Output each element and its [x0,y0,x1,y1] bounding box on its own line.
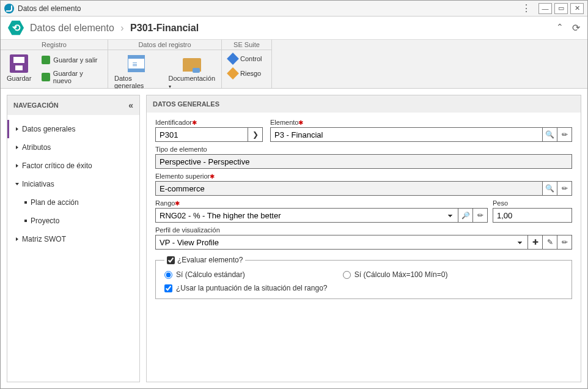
nav-arrow-down-icon [15,183,19,185]
nav-arrow-icon [16,164,18,168]
documentacion-button[interactable]: Documentación▾ [166,53,218,91]
elemento-search-button[interactable]: 🔍 [543,127,557,142]
breadcrumb-root[interactable]: Datos del elemento [30,23,114,33]
perfil-clear-button[interactable]: ✏ [557,235,572,250]
control-button[interactable]: Control [226,53,264,65]
ribbon-group-datos-reg: Datos del registro [108,40,221,50]
perfil-edit-button[interactable]: ✎ [543,235,557,250]
rango-label: Rango [155,199,175,207]
required-icon: ✱ [210,173,215,180]
rango-clear-button[interactable]: ✏ [473,208,488,223]
nav-plan-accion[interactable]: Plan de acción [7,193,139,212]
breadcrumb-current: P301-Financial [130,23,199,33]
elemento-input[interactable] [270,127,543,142]
nav-proyecto[interactable]: Proyecto [7,212,139,230]
evaluar-fieldset: ¿Evaluar elemento? Sí (Cálculo estándar)… [155,256,572,299]
required-icon: ✱ [192,119,197,126]
nav-atributos[interactable]: Atributos [7,138,139,157]
breadcrumb-bar: ⟲ Datos del elemento › P301-Financial ⌃ … [1,17,587,40]
identificador-input[interactable] [155,127,248,142]
app-icon [4,4,14,13]
nav-arrow-icon [16,127,18,131]
superior-search-button[interactable]: 🔍 [543,181,557,196]
rango-select[interactable]: RNG02 - % - The higher the better [155,208,458,223]
bullet-icon [24,220,27,222]
document-icon [128,55,145,72]
identificador-next-button[interactable]: ❯ [248,127,263,142]
sidebar-nav: NAVEGACIÓN « Datos generales Atributos F… [7,95,140,382]
superior-clear-button[interactable]: ✏ [557,181,572,196]
datos-generales-button[interactable]: Datos generales [112,53,161,91]
maximize-button[interactable]: ▭ [554,3,568,14]
nav-factor-critico[interactable]: Factor crítico de éxito [7,157,139,175]
check-rango-input[interactable] [164,284,172,292]
elemento-clear-button[interactable]: ✏ [557,127,572,142]
content-area: NAVEGACIÓN « Datos generales Atributos F… [1,89,587,388]
elemento-label: Elemento [270,119,298,126]
close-button[interactable]: ✕ [570,3,584,14]
evaluar-checkbox[interactable] [167,256,175,264]
riesgo-button[interactable]: Riesgo [226,67,263,80]
sidebar-collapse-icon[interactable]: « [128,100,133,110]
radio-calculo-max[interactable]: Sí (Cálculo Máx=100 Mín=0) [343,270,448,279]
peso-label: Peso [493,199,572,207]
bullet-icon [24,201,27,204]
breadcrumb-sep-icon: › [120,23,123,33]
main-panel: DATOS GENERALES Identificador✱ ❯ Element… [146,95,581,382]
peso-input[interactable] [493,208,572,223]
save-new-icon [42,73,50,81]
radio-std-input[interactable] [164,271,172,279]
nav-arrow-icon [16,146,18,149]
titlebar: Datos del elemento ⋮ — ▭ ✕ [1,1,587,17]
save-icon [10,54,28,73]
guardar-button[interactable]: Guardar [4,53,34,83]
guardar-nuevo-button[interactable]: Guardar y nuevo [39,69,104,86]
main-window: Datos del elemento ⋮ — ▭ ✕ ⟲ Datos del e… [0,0,588,389]
perfil-label: Perfil de visualización [155,226,572,234]
sidebar-title: NAVEGACIÓN [13,102,59,109]
refresh-icon[interactable]: ⟳ [572,22,580,34]
risk-icon [227,67,239,80]
superior-input [155,181,543,196]
perfil-select[interactable]: VP - View Profile [155,235,528,250]
rango-view-button[interactable]: 🔎 [458,208,473,223]
radio-calculo-estandar[interactable]: Sí (Cálculo estándar) [164,270,245,279]
titlebar-menu-icon[interactable]: ⋮ [516,2,536,14]
ribbon-group-se: SE Suite [222,40,271,50]
required-icon: ✱ [175,200,180,207]
main-panel-title: DATOS GENERALES [147,95,581,113]
guardar-salir-button[interactable]: Guardar y salir [39,54,104,66]
tipo-label: Tipo de elemento [155,146,572,153]
required-icon: ✱ [298,119,303,126]
nav-datos-generales[interactable]: Datos generales [7,120,139,138]
nav-arrow-icon [16,237,18,241]
ribbon-toolbar: Registro Guardar Guardar y salir Guardar… [1,40,587,89]
window-title: Datos del elemento [18,4,516,13]
save-exit-icon [42,56,50,64]
check-usar-puntuacion[interactable]: ¿Usar la puntuación de la situación del … [164,284,563,292]
perfil-add-button[interactable]: ✚ [528,235,543,250]
nav-iniciativas[interactable]: Iniciativas [7,175,139,193]
minimize-button[interactable]: — [538,3,552,14]
superior-label: Elemento superior [155,172,210,180]
collapse-up-icon[interactable]: ⌃ [556,22,564,34]
nav-swot[interactable]: Matriz SWOT [7,230,139,248]
breadcrumb: Datos del elemento › P301-Financial [30,23,199,34]
tipo-input [155,154,572,169]
identificador-label: Identificador [155,119,192,126]
control-icon [227,53,239,65]
module-icon: ⟲ [8,20,24,36]
radio-max-input[interactable] [343,271,351,279]
evaluar-legend: ¿Evaluar elemento? [177,256,243,264]
ribbon-group-registro: Registro [1,40,108,50]
folder-icon [183,58,201,72]
